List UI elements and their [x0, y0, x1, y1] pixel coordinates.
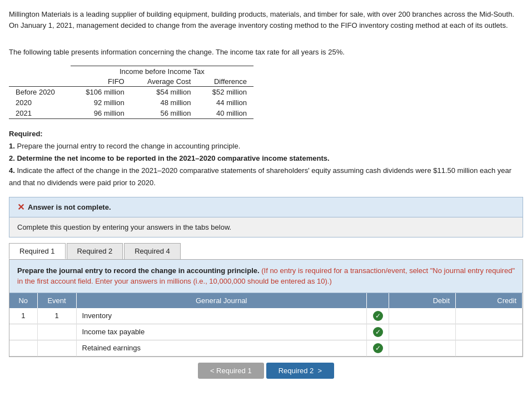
table-cell-label: Before 2020 [9, 86, 71, 97]
journal-debit[interactable] [389, 308, 456, 324]
req-item-2: 2. Determine the net income to be report… [9, 154, 330, 162]
journal-account[interactable]: Retained earnings [76, 340, 367, 356]
col-diff-header: Difference [197, 77, 253, 87]
data-table-section: Income before Income Tax FIFO Average Co… [9, 66, 523, 119]
required-section: Required: 1. Prepare the journal entry t… [9, 128, 523, 189]
x-icon: ✕ [17, 202, 24, 212]
journal-account[interactable]: Income tax payable [76, 324, 367, 340]
table-cell-fifo: 96 million [71, 108, 131, 119]
journal-col-check [367, 293, 389, 308]
journal-event: 1 [37, 308, 76, 324]
answer-banner: ✕ Answer is not complete. [9, 197, 523, 217]
next-button[interactable]: Required 2 > [266, 363, 334, 379]
table-cell-avg: $54 million [131, 86, 198, 97]
journal-col-no: No [9, 293, 37, 308]
intro-p2-text: The following table presents information… [9, 48, 345, 56]
complete-instruction: Complete this question by entering your … [9, 217, 523, 237]
table-cell-label: 2020 [9, 97, 71, 108]
check-cell: ✓ [367, 308, 389, 324]
intro-paragraph1: Millington Materials is a leading suppli… [9, 9, 523, 31]
tab-required2[interactable]: Required 2 [67, 243, 123, 259]
journal-col-debit: Debit [389, 293, 456, 308]
check-icon: ✓ [373, 343, 383, 353]
intro-paragraph2: The following table presents information… [9, 47, 523, 58]
income-table: Income before Income Tax FIFO Average Co… [9, 66, 253, 119]
table-cell-diff: $52 million [197, 86, 253, 97]
journal-table: No Event General Journal Debit Credit 1 … [9, 293, 523, 357]
bottom-nav: < Required 1 Required 2 > [9, 363, 523, 379]
table-cell-fifo: 92 million [71, 97, 131, 108]
journal-col-credit: Credit [456, 293, 523, 308]
tab-required1[interactable]: Required 1 [9, 243, 66, 259]
table-cell-avg: 48 million [131, 97, 198, 108]
journal-col-event: Event [37, 293, 76, 308]
check-icon: ✓ [373, 327, 383, 337]
journal-credit[interactable] [456, 324, 523, 340]
journal-no [9, 340, 37, 356]
journal-credit[interactable] [456, 340, 523, 356]
tab-content: Prepare the journal entry to record the … [9, 259, 523, 357]
table-header-span: Income before Income Tax [71, 66, 253, 77]
banner-text: Answer is not complete. [28, 203, 111, 211]
table-cell-fifo: $106 million [71, 86, 131, 97]
req-item-4: 4. Indicate the affect of the change in … [9, 166, 511, 187]
tab-required4[interactable]: Required 4 [124, 243, 181, 259]
check-icon: ✓ [373, 311, 383, 321]
check-cell: ✓ [367, 324, 389, 340]
journal-event [37, 340, 76, 356]
journal-debit[interactable] [389, 340, 456, 356]
check-cell: ✓ [367, 340, 389, 356]
journal-no [9, 324, 37, 340]
col-avg-header: Average Cost [131, 77, 198, 87]
journal-event [37, 324, 76, 340]
table-cell-label: 2021 [9, 108, 71, 119]
required-label: Required: [9, 130, 43, 138]
table-cell-avg: 56 million [131, 108, 198, 119]
journal-credit[interactable] [456, 308, 523, 324]
journal-no: 1 [9, 308, 37, 324]
tab-instruction: Prepare the journal entry to record the … [9, 260, 523, 293]
prev-button[interactable]: < Required 1 [198, 363, 264, 379]
journal-debit[interactable] [389, 324, 456, 340]
tab-instruction-main: Prepare the journal entry to record the … [17, 266, 260, 275]
table-cell-diff: 40 million [197, 108, 253, 119]
table-cell-diff: 44 million [197, 97, 253, 108]
tabs-row: Required 1 Required 2 Required 4 [9, 243, 523, 259]
col-fifo-header: FIFO [71, 77, 131, 87]
req-item-1: 1. Prepare the journal entry to record t… [9, 142, 240, 150]
journal-account[interactable]: Inventory [76, 308, 367, 324]
journal-col-general: General Journal [76, 293, 367, 308]
